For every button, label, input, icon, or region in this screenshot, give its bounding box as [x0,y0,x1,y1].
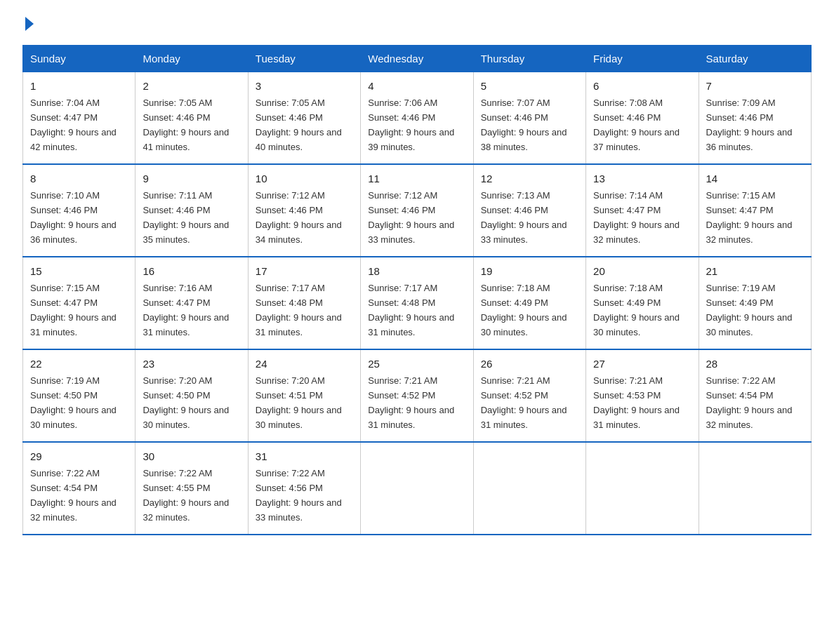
calendar-day-cell: 11 Sunrise: 7:12 AMSunset: 4:46 PMDaylig… [361,164,473,257]
day-number: 4 [368,78,465,94]
calendar-day-cell: 10 Sunrise: 7:12 AMSunset: 4:46 PMDaylig… [248,164,360,257]
calendar-day-cell: 8 Sunrise: 7:10 AMSunset: 4:46 PMDayligh… [23,164,135,257]
day-info: Sunrise: 7:13 AMSunset: 4:46 PMDaylight:… [481,190,567,245]
day-number: 1 [30,78,128,94]
calendar-table: SundayMondayTuesdayWednesdayThursdayFrid… [22,45,812,535]
calendar-day-cell [586,442,699,535]
calendar-week-row: 8 Sunrise: 7:10 AMSunset: 4:46 PMDayligh… [23,164,812,257]
calendar-day-cell: 30 Sunrise: 7:22 AMSunset: 4:55 PMDaylig… [135,442,248,535]
calendar-day-cell: 1 Sunrise: 7:04 AMSunset: 4:47 PMDayligh… [23,72,135,164]
day-info: Sunrise: 7:05 AMSunset: 4:46 PMDaylight:… [143,98,229,152]
day-info: Sunrise: 7:08 AMSunset: 4:46 PMDaylight:… [593,98,680,152]
calendar-week-row: 1 Sunrise: 7:04 AMSunset: 4:47 PMDayligh… [23,72,812,164]
calendar-day-cell [699,442,811,535]
day-info: Sunrise: 7:19 AMSunset: 4:50 PMDaylight:… [30,375,117,430]
day-info: Sunrise: 7:11 AMSunset: 4:46 PMDaylight:… [143,190,229,245]
day-number: 31 [256,448,353,464]
page-header [22,17,812,31]
day-info: Sunrise: 7:21 AMSunset: 4:53 PMDaylight:… [593,375,680,430]
day-number: 16 [143,263,240,279]
day-number: 9 [143,170,240,187]
day-number: 21 [706,263,804,279]
day-number: 14 [706,170,804,187]
day-number: 25 [368,356,465,372]
calendar-day-cell: 23 Sunrise: 7:20 AMSunset: 4:50 PMDaylig… [135,349,248,442]
calendar-day-cell: 22 Sunrise: 7:19 AMSunset: 4:50 PMDaylig… [23,349,135,442]
day-info: Sunrise: 7:07 AMSunset: 4:46 PMDaylight:… [481,98,567,152]
day-number: 12 [481,170,578,187]
day-number: 2 [143,78,240,94]
day-info: Sunrise: 7:15 AMSunset: 4:47 PMDaylight:… [30,283,117,337]
day-of-week-header: Friday [586,46,699,72]
calendar-day-cell: 18 Sunrise: 7:17 AMSunset: 4:48 PMDaylig… [361,257,473,349]
calendar-day-cell: 3 Sunrise: 7:05 AMSunset: 4:46 PMDayligh… [248,72,360,164]
day-info: Sunrise: 7:05 AMSunset: 4:46 PMDaylight:… [256,98,342,152]
logo [22,17,34,31]
day-number: 28 [706,356,804,372]
day-info: Sunrise: 7:20 AMSunset: 4:50 PMDaylight:… [143,375,229,430]
day-info: Sunrise: 7:06 AMSunset: 4:46 PMDaylight:… [368,98,454,152]
day-of-week-header: Monday [135,46,248,72]
day-info: Sunrise: 7:15 AMSunset: 4:47 PMDaylight:… [706,190,793,245]
calendar-day-cell: 9 Sunrise: 7:11 AMSunset: 4:46 PMDayligh… [135,164,248,257]
day-info: Sunrise: 7:04 AMSunset: 4:47 PMDaylight:… [30,98,117,152]
day-info: Sunrise: 7:22 AMSunset: 4:54 PMDaylight:… [30,468,117,523]
calendar-day-cell: 13 Sunrise: 7:14 AMSunset: 4:47 PMDaylig… [586,164,699,257]
day-number: 5 [481,78,578,94]
day-info: Sunrise: 7:20 AMSunset: 4:51 PMDaylight:… [256,375,342,430]
day-number: 10 [256,170,353,187]
day-info: Sunrise: 7:14 AMSunset: 4:47 PMDaylight:… [593,190,680,245]
day-info: Sunrise: 7:22 AMSunset: 4:55 PMDaylight:… [143,468,229,523]
day-number: 23 [143,356,240,372]
calendar-day-cell: 24 Sunrise: 7:20 AMSunset: 4:51 PMDaylig… [248,349,360,442]
calendar-day-cell [361,442,473,535]
calendar-day-cell: 25 Sunrise: 7:21 AMSunset: 4:52 PMDaylig… [361,349,473,442]
day-info: Sunrise: 7:22 AMSunset: 4:54 PMDaylight:… [706,375,793,430]
calendar-day-cell: 31 Sunrise: 7:22 AMSunset: 4:56 PMDaylig… [248,442,360,535]
calendar-day-cell: 20 Sunrise: 7:18 AMSunset: 4:49 PMDaylig… [586,257,699,349]
day-number: 27 [593,356,691,372]
calendar-day-cell: 16 Sunrise: 7:16 AMSunset: 4:47 PMDaylig… [135,257,248,349]
day-number: 15 [30,263,128,279]
day-of-week-header: Tuesday [248,46,360,72]
day-info: Sunrise: 7:19 AMSunset: 4:49 PMDaylight:… [706,283,793,337]
calendar-day-cell: 21 Sunrise: 7:19 AMSunset: 4:49 PMDaylig… [699,257,811,349]
calendar-day-cell: 15 Sunrise: 7:15 AMSunset: 4:47 PMDaylig… [23,257,135,349]
day-info: Sunrise: 7:12 AMSunset: 4:46 PMDaylight:… [256,190,342,245]
day-number: 26 [481,356,578,372]
day-number: 24 [256,356,353,372]
day-info: Sunrise: 7:16 AMSunset: 4:47 PMDaylight:… [143,283,229,337]
day-number: 17 [256,263,353,279]
day-number: 19 [481,263,578,279]
day-number: 13 [593,170,691,187]
calendar-day-cell: 26 Sunrise: 7:21 AMSunset: 4:52 PMDaylig… [473,349,585,442]
calendar-day-cell: 19 Sunrise: 7:18 AMSunset: 4:49 PMDaylig… [473,257,585,349]
day-info: Sunrise: 7:17 AMSunset: 4:48 PMDaylight:… [256,283,342,337]
day-number: 8 [30,170,128,187]
day-info: Sunrise: 7:10 AMSunset: 4:46 PMDaylight:… [30,190,117,245]
logo-blue-text [22,17,34,31]
calendar-day-cell: 7 Sunrise: 7:09 AMSunset: 4:46 PMDayligh… [699,72,811,164]
day-number: 22 [30,356,128,372]
day-info: Sunrise: 7:17 AMSunset: 4:48 PMDaylight:… [368,283,454,337]
day-of-week-header: Sunday [23,46,135,72]
day-number: 3 [256,78,353,94]
calendar-day-cell: 6 Sunrise: 7:08 AMSunset: 4:46 PMDayligh… [586,72,699,164]
day-info: Sunrise: 7:12 AMSunset: 4:46 PMDaylight:… [368,190,454,245]
day-number: 18 [368,263,465,279]
logo-triangle-icon [25,17,34,31]
calendar-day-cell: 27 Sunrise: 7:21 AMSunset: 4:53 PMDaylig… [586,349,699,442]
day-info: Sunrise: 7:18 AMSunset: 4:49 PMDaylight:… [593,283,680,337]
day-of-week-header: Thursday [473,46,585,72]
day-number: 30 [143,448,240,464]
calendar-day-cell: 5 Sunrise: 7:07 AMSunset: 4:46 PMDayligh… [473,72,585,164]
calendar-day-cell: 12 Sunrise: 7:13 AMSunset: 4:46 PMDaylig… [473,164,585,257]
day-info: Sunrise: 7:18 AMSunset: 4:49 PMDaylight:… [481,283,567,337]
day-of-week-header: Wednesday [361,46,473,72]
calendar-day-cell: 29 Sunrise: 7:22 AMSunset: 4:54 PMDaylig… [23,442,135,535]
calendar-day-cell: 14 Sunrise: 7:15 AMSunset: 4:47 PMDaylig… [699,164,811,257]
day-info: Sunrise: 7:21 AMSunset: 4:52 PMDaylight:… [481,375,567,430]
day-number: 20 [593,263,691,279]
day-info: Sunrise: 7:09 AMSunset: 4:46 PMDaylight:… [706,98,793,152]
calendar-day-cell: 2 Sunrise: 7:05 AMSunset: 4:46 PMDayligh… [135,72,248,164]
